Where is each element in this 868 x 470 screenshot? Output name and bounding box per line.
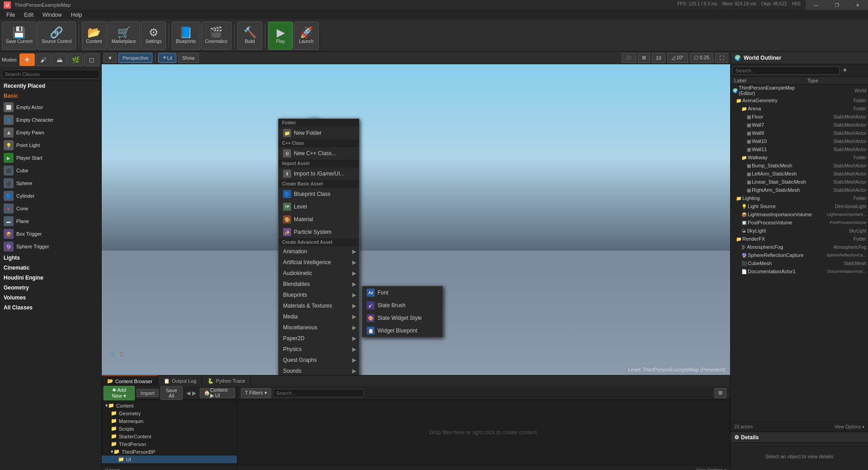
class-cylinder[interactable]: 🔵 Cylinder bbox=[0, 190, 101, 202]
viewport-toggle-button[interactable]: ▼ bbox=[104, 53, 117, 63]
class-cone[interactable]: 🔺 Cone bbox=[0, 202, 101, 215]
python-trace-tab[interactable]: 🐍 Python Trace bbox=[202, 375, 251, 386]
landscape-mode-button[interactable]: ⛰ bbox=[52, 53, 67, 66]
close-button[interactable]: ✕ bbox=[847, 0, 868, 10]
table-row[interactable]: ▦ LeftArm_StaticMesh StaticMeshActor bbox=[731, 170, 868, 178]
content-search-input[interactable] bbox=[273, 389, 363, 397]
table-row[interactable]: 📁 Lighting Folder bbox=[731, 194, 868, 202]
angle-snap-button[interactable]: ◿ 10° bbox=[667, 53, 688, 63]
content-button[interactable]: 📂 Content bbox=[82, 22, 107, 50]
folder-third-person[interactable]: 📁 ThirdPerson bbox=[102, 440, 237, 448]
category-cinematic[interactable]: Cinematic bbox=[0, 263, 101, 273]
material-item[interactable]: 🎨 Material bbox=[278, 213, 359, 226]
maximize-button[interactable]: ⛶ bbox=[715, 53, 728, 63]
menu-edit[interactable]: Edit bbox=[19, 10, 38, 20]
folder-scripts[interactable]: 📁 Scripts bbox=[102, 425, 237, 432]
launch-button[interactable]: 🚀 Launch bbox=[294, 22, 319, 50]
folder-content[interactable]: ▾📁 Content bbox=[102, 402, 237, 409]
table-row[interactable]: ▦ Bump_StaticMesh StaticMeshActor bbox=[731, 161, 868, 170]
menu-help[interactable]: Help bbox=[66, 10, 87, 20]
folder-third-person-bp[interactable]: ▾📁 ThirdPersonBP bbox=[102, 448, 237, 456]
class-box-trigger[interactable]: 📦 Box Trigger bbox=[0, 228, 101, 240]
add-new-button[interactable]: ✚ Add New ▾ bbox=[104, 386, 135, 400]
marketplace-button[interactable]: 🛒 Marketplace bbox=[108, 22, 140, 50]
physics-item[interactable]: Physics▶ bbox=[278, 344, 359, 355]
table-row[interactable]: 📦 LightmassImportanceVolume LightmassImp… bbox=[731, 210, 868, 218]
class-empty-actor[interactable]: ⬜ Empty Actor bbox=[0, 101, 101, 114]
play-button[interactable]: ▶ Play bbox=[268, 22, 293, 50]
table-row[interactable]: 🌫 AtmosphericFog AtmosphericFog bbox=[731, 243, 868, 251]
content-view-toggle[interactable]: ⊞ bbox=[714, 388, 726, 398]
place-mode-button[interactable]: ✚ bbox=[19, 53, 35, 66]
class-player-start[interactable]: ▶ Player Start bbox=[0, 152, 101, 164]
table-row[interactable]: ▦ Wall11 StaticMeshActor bbox=[731, 145, 868, 153]
level-item[interactable]: 🗺 Level bbox=[278, 200, 359, 213]
output-log-tab[interactable]: 📋 Output Log bbox=[158, 375, 202, 386]
new-cpp-class-item[interactable]: ⚙ New C++ Class... bbox=[278, 147, 359, 160]
show-button[interactable]: Show bbox=[178, 53, 199, 63]
particle-system-item[interactable]: ✨ Particle System bbox=[278, 226, 359, 238]
animation-item[interactable]: Animation▶ bbox=[278, 246, 359, 257]
folder-geometry[interactable]: 📁 Geometry bbox=[102, 409, 237, 417]
blueprints-item[interactable]: Blueprints▶ bbox=[278, 290, 359, 300]
class-empty-pawn[interactable]: ♟ Empty Pawn bbox=[0, 126, 101, 139]
save-current-button[interactable]: 💾 Save Current bbox=[2, 22, 37, 50]
menu-file[interactable]: File bbox=[2, 10, 19, 20]
paper2d-item[interactable]: Paper2D▶ bbox=[278, 333, 359, 344]
table-row[interactable]: ▦ Floor StaticMeshActor bbox=[731, 113, 868, 121]
import-button[interactable]: Import bbox=[137, 389, 159, 397]
table-row[interactable]: 📄 DocumentationActor1 DocumentationActo.… bbox=[731, 267, 868, 275]
grid-button[interactable]: ⊞ bbox=[638, 53, 650, 63]
table-row[interactable]: 🔮 SphereReflectionCapture SphereReflecti… bbox=[731, 251, 868, 259]
audiokinetic-item[interactable]: Audiokinetic▶ bbox=[278, 268, 359, 279]
paint-mode-button[interactable]: 🖌 bbox=[36, 53, 51, 66]
miscellaneous-item[interactable]: Miscellaneous▶ bbox=[278, 322, 359, 333]
table-row[interactable]: 🔲 PostProcessVolume PostProcessVolume bbox=[731, 218, 868, 227]
category-volumes[interactable]: Volumes bbox=[0, 293, 101, 303]
table-row[interactable]: ▦ Wall10 StaticMeshActor bbox=[731, 137, 868, 145]
geometry-mode-button[interactable]: ◻ bbox=[84, 53, 99, 66]
view-options-button[interactable]: View Options ▾ bbox=[696, 468, 726, 470]
class-cube[interactable]: ⬛ Cube bbox=[0, 164, 101, 177]
slate-brush-item[interactable]: 🖌 Slate Brush bbox=[362, 299, 443, 312]
filters-button[interactable]: T Filters ▾ bbox=[241, 388, 271, 398]
category-basic[interactable]: Basic bbox=[0, 91, 101, 101]
class-empty-character[interactable]: 👤 Empty Character bbox=[0, 114, 101, 126]
content-browser-tab[interactable]: 📂 Content Browser bbox=[102, 375, 158, 386]
menu-window[interactable]: Window bbox=[38, 10, 66, 20]
table-row[interactable]: ⬛ CubeMesh StaticMesh bbox=[731, 259, 868, 267]
import-asset-item[interactable]: ⬇ Import to /Game/UI... bbox=[278, 167, 359, 180]
forward-icon[interactable]: ▶ bbox=[192, 390, 196, 396]
settings-button[interactable]: ⚙ Settings bbox=[141, 22, 166, 50]
table-row[interactable]: 💡 Light Source DirectionalLight bbox=[731, 202, 868, 210]
scale-snap-button[interactable]: ⬡ 0.25 bbox=[690, 53, 713, 63]
search-classes-input[interactable] bbox=[2, 70, 99, 79]
table-row[interactable]: 🌤 SkyLight SkyLight bbox=[731, 227, 868, 235]
source-control-button[interactable]: 🔗 Source Control bbox=[38, 22, 76, 50]
category-recently-placed[interactable]: Recently Placed bbox=[0, 81, 101, 91]
folder-mannequin[interactable]: 📁 Mannequin bbox=[102, 417, 237, 425]
category-lights[interactable]: Lights bbox=[0, 253, 101, 263]
table-row[interactable]: ▦ RightArm_StaticMesh StaticMeshActor bbox=[731, 186, 868, 194]
class-plane[interactable]: ▬ Plane bbox=[0, 215, 101, 228]
new-folder-item[interactable]: 📁 New Folder bbox=[278, 127, 359, 139]
build-button[interactable]: 🔨 Build bbox=[237, 22, 262, 50]
folder-ui[interactable]: 📁 UI bbox=[102, 456, 237, 463]
minimize-button[interactable]: — bbox=[806, 0, 826, 10]
ai-item[interactable]: Artificial Intelligence▶ bbox=[278, 257, 359, 268]
table-row[interactable]: ▦ Linear_Stair_StaticMesh StaticMeshActo… bbox=[731, 178, 868, 186]
media-item[interactable]: Media▶ bbox=[278, 311, 359, 322]
table-row[interactable]: ▦ Wall7 StaticMeshActor bbox=[731, 121, 868, 129]
table-row[interactable]: 📁 Walkway Folder bbox=[731, 153, 868, 161]
table-row[interactable]: 📁 RenderFX Folder bbox=[731, 235, 868, 243]
back-icon[interactable]: ◀ bbox=[186, 390, 190, 396]
blueprints-button[interactable]: 📘 Blueprints bbox=[172, 22, 200, 50]
view-options-button[interactable]: View Options ▾ bbox=[834, 424, 864, 429]
outliner-search-input[interactable] bbox=[732, 66, 840, 75]
table-row[interactable]: 📁 Arena Folder bbox=[731, 104, 868, 113]
font-item[interactable]: Az Font bbox=[362, 286, 443, 299]
perspective-button[interactable]: Perspective bbox=[118, 53, 152, 63]
folder-starter-content[interactable]: 📁 StarterContent bbox=[102, 432, 237, 440]
camera-speed-button[interactable]: 🎥 bbox=[622, 53, 636, 63]
cinematics-button[interactable]: 🎬 Cinematics bbox=[201, 22, 231, 50]
